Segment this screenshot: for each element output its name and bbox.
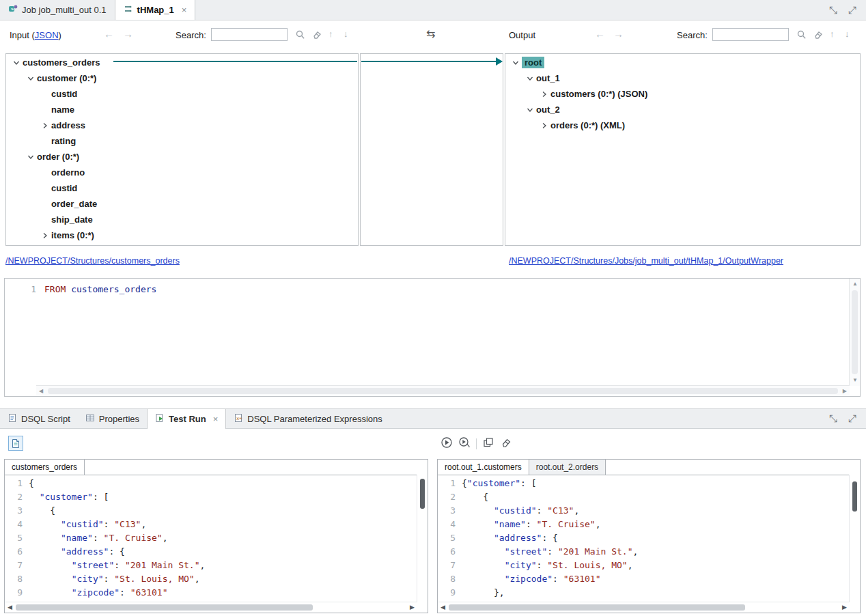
input-search-icon[interactable] [295, 29, 306, 40]
code-line: 3 { [5, 504, 417, 518]
tab-customers-orders[interactable]: customers_orders [5, 460, 85, 475]
input-search-up-icon[interactable]: ↑ [329, 29, 333, 39]
test-output-horizontal-scrollbar[interactable]: ◀ ▶ [438, 602, 850, 613]
tree-node-rating[interactable]: rating [6, 133, 358, 149]
dsql-vertical-scrollbar[interactable]: ▲ ▼ [849, 279, 860, 386]
duplicate-icon[interactable] [482, 436, 494, 451]
chevron-expanded-icon[interactable] [12, 58, 21, 68]
scroll-up-icon[interactable]: ▲ [852, 281, 858, 287]
tree-node-custid[interactable]: custid [6, 180, 358, 196]
dsql-horizontal-scrollbar[interactable]: ◀ ▶ [36, 385, 850, 396]
output-search-down-icon[interactable]: ↓ [845, 29, 850, 39]
chevron-expanded-icon[interactable] [511, 58, 520, 68]
scrollbar-thumb[interactable] [449, 604, 745, 611]
scrollbar-thumb[interactable] [48, 388, 838, 394]
chevron-expanded-icon[interactable] [525, 74, 535, 83]
swap-mapping-icon[interactable]: ⇆ [426, 27, 435, 40]
close-tab-icon[interactable]: × [213, 414, 219, 424]
output-structure-path-link[interactable]: /NEWPROJECT/Structures/Jobs/job_multi_ou… [509, 256, 783, 266]
chevron-collapsed-icon[interactable] [40, 121, 50, 130]
input-back-icon[interactable]: ← [104, 28, 114, 40]
tree-indent-spacer [40, 215, 50, 225]
tree-node-items-0[interactable]: items (0:*) [6, 227, 358, 243]
minimize-view-icon[interactable]: ⤡ [829, 412, 837, 425]
tree-node-address[interactable]: address [6, 117, 358, 133]
scroll-down-icon[interactable]: ▼ [852, 378, 858, 383]
scroll-left-icon[interactable]: ◀ [441, 604, 445, 611]
run-test-icon[interactable] [441, 436, 453, 451]
test-output-panel: root.out_1.customers root.out_2.orders 1… [437, 459, 861, 613]
tree-node-orderno[interactable]: orderno [6, 165, 358, 180]
scrollbar-thumb[interactable] [852, 481, 857, 512]
run-all-tests-icon[interactable] [458, 436, 471, 451]
tree-node-ship-date[interactable]: ship_date [6, 212, 358, 227]
tree-node-label: orders (0:*) (XML) [550, 120, 625, 130]
scrollbar-thumb[interactable] [420, 479, 425, 509]
output-back-icon[interactable]: ← [595, 28, 605, 40]
tree-node-root[interactable]: root [505, 55, 860, 70]
tab-thmap-1[interactable]: tHMap_1 × [115, 0, 196, 20]
scroll-left-icon[interactable]: ◀ [8, 604, 12, 611]
test-input-vertical-scrollbar[interactable] [417, 475, 428, 602]
dsql-script-editor[interactable]: 1FROM customers_orders ▲ ▼ ◀ ▶ [4, 278, 861, 397]
output-search-input[interactable] [712, 28, 789, 41]
input-search-input[interactable] [211, 28, 288, 41]
chevron-collapsed-icon[interactable] [540, 89, 549, 99]
code-text: "zipcode": "63101" [462, 572, 601, 586]
tree-node-order-date[interactable]: order_date [6, 196, 358, 212]
chevron-collapsed-icon[interactable] [40, 231, 50, 240]
output-clear-search-icon[interactable] [813, 29, 824, 40]
tree-node-label: rating [51, 136, 76, 146]
test-output-code-area[interactable]: 1{"customer": [2 {3 "custid": "C13",4 "n… [438, 475, 850, 602]
tab-test-run[interactable]: Test Run × [147, 409, 226, 429]
tree-node-out-2[interactable]: out_2 [505, 102, 860, 117]
maximize-view-icon[interactable]: ⤢ [848, 412, 856, 425]
chevron-collapsed-icon[interactable] [540, 121, 549, 130]
output-forward-icon[interactable]: → [613, 28, 624, 40]
tab-job-job-multi-out[interactable]: Job job_multi_out 0.1 [0, 0, 115, 20]
tab-dsql-parameterized-expressions[interactable]: x= DSQL Parameterized Expressions [226, 409, 390, 428]
new-test-case-button[interactable] [8, 436, 23, 451]
dsql-code-area[interactable]: 1FROM customers_orders [5, 279, 850, 386]
tab-dsql-script[interactable]: DSQL Script [0, 409, 78, 428]
tab-properties[interactable]: Properties [78, 409, 147, 428]
tree-node-customers-0-json[interactable]: customers (0:*) (JSON) [505, 86, 860, 102]
test-output-vertical-scrollbar[interactable] [849, 475, 860, 602]
chevron-expanded-icon[interactable] [26, 152, 36, 162]
tree-node-name[interactable]: name [6, 102, 358, 117]
scroll-left-icon[interactable]: ◀ [39, 389, 43, 394]
clear-results-icon[interactable] [500, 436, 512, 451]
input-forward-icon[interactable]: → [123, 28, 133, 40]
tree-node-custid[interactable]: custid [6, 86, 358, 102]
tree-node-order-0[interactable]: order (0:*) [6, 149, 358, 165]
scroll-right-icon[interactable]: ▶ [843, 389, 847, 394]
tree-node-orders-0-xml[interactable]: orders (0:*) (XML) [505, 117, 860, 133]
tree-node-out-1[interactable]: out_1 [505, 70, 860, 86]
output-search-up-icon[interactable]: ↑ [830, 29, 835, 39]
tab-root-out-1-customers[interactable]: root.out_1.customers [438, 460, 529, 475]
tree-node-customer-0[interactable]: customer (0:*) [6, 70, 358, 86]
scroll-right-icon[interactable]: ▶ [410, 604, 415, 611]
tree-node-customers-orders[interactable]: customers_orders [6, 55, 358, 70]
maximize-view-icon[interactable]: ⤢ [848, 4, 856, 16]
tab-root-out-2-orders[interactable]: root.out_2.orders [529, 460, 606, 475]
input-format-link[interactable]: JSON [35, 30, 59, 40]
output-search-icon[interactable] [796, 29, 807, 40]
test-input-horizontal-scrollbar[interactable]: ◀ ▶ [5, 602, 417, 613]
scrollbar-thumb[interactable] [852, 290, 858, 374]
input-structure-path-link[interactable]: /NEWPROJECT/Structures/customers_orders [5, 256, 180, 266]
scroll-right-icon[interactable]: ▶ [842, 604, 847, 611]
input-search-down-icon[interactable]: ↓ [344, 29, 348, 39]
close-tab-icon[interactable]: × [182, 5, 187, 15]
mapping-canvas[interactable] [360, 53, 503, 246]
test-input-code-area[interactable]: 1{2 "customer": [3 {4 "custid": "C13",5 … [5, 475, 417, 602]
input-clear-search-icon[interactable] [311, 29, 322, 40]
scrollbar-thumb[interactable] [16, 604, 313, 611]
chevron-expanded-icon[interactable] [26, 74, 36, 83]
tree-indent-spacer [40, 137, 50, 146]
minimize-view-icon[interactable]: ⤡ [829, 4, 837, 16]
editor-tab-bar: Job job_multi_out 0.1 tHMap_1 × ⤡ ⤢ [0, 0, 866, 20]
chevron-expanded-icon[interactable] [525, 105, 535, 115]
code-text: {"customer": [ [462, 477, 537, 490]
code-line: 6 "street": "201 Main St.", [438, 545, 850, 559]
